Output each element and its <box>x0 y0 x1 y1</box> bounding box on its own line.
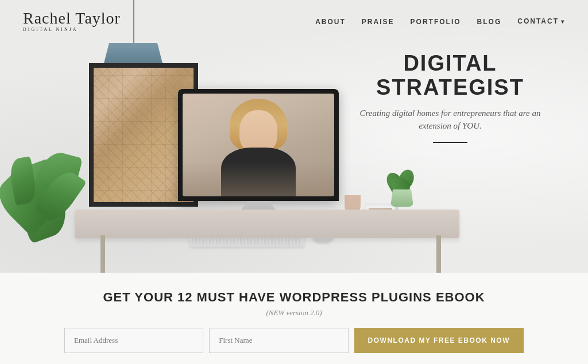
desk-leg-left <box>100 235 105 273</box>
nav-link-portfolio[interactable]: PORTFOLIO <box>411 18 461 26</box>
plant-leaves <box>0 141 98 255</box>
monitor-display <box>183 94 334 196</box>
download-button[interactable]: DOWNLOAD MY FREE EBOOK NOW <box>354 328 524 353</box>
monitor-screen <box>178 89 339 201</box>
logo-subtitle: Digital Ninja <box>23 27 78 32</box>
hero-divider <box>433 142 467 143</box>
monitor-stand <box>241 201 276 210</box>
cta-section: GET YOUR 12 MUST HAVE WORDPRESS PLUGINS … <box>0 273 588 364</box>
nav-item-blog[interactable]: BLOG <box>477 16 502 26</box>
desk-plant <box>390 189 413 207</box>
cta-form: DOWNLOAD MY FREE EBOOK NOW <box>64 328 524 353</box>
monitor:  <box>178 89 339 214</box>
logo-name: Rachel Taylor <box>23 10 121 26</box>
nav-item-portfolio[interactable]: PORTFOLIO <box>411 16 461 26</box>
nav-item-praise[interactable]: PRAISE <box>362 16 394 26</box>
hero-title: DIGITAL STRATEGIST <box>358 52 542 100</box>
main-nav: Rachel Taylor Digital Ninja ABOUT PRAISE… <box>0 0 588 42</box>
nav-links: ABOUT PRAISE PORTFOLIO BLOG CONTACT ▾ <box>315 16 565 26</box>
nav-link-praise[interactable]: PRAISE <box>362 18 394 26</box>
email-input[interactable] <box>64 328 203 353</box>
cta-title: GET YOUR 12 MUST HAVE WORDPRESS PLUGINS … <box>23 290 565 305</box>
left-plant <box>0 141 98 255</box>
nav-link-about[interactable]: ABOUT <box>315 18 346 26</box>
monitor-bg <box>183 162 334 196</box>
desk-surface <box>75 210 459 238</box>
nav-link-blog[interactable]: BLOG <box>477 18 502 26</box>
logo[interactable]: Rachel Taylor Digital Ninja <box>23 10 121 32</box>
hero-text-block: DIGITAL STRATEGIST Creating digital home… <box>358 52 542 143</box>
hero-subtitle: Creating digital homes for entrepreneurs… <box>358 107 542 133</box>
desk-leg-right <box>436 235 441 273</box>
nav-item-about[interactable]: ABOUT <box>315 16 346 26</box>
plant-pot <box>390 189 413 207</box>
nav-item-contact[interactable]: CONTACT ▾ <box>517 17 565 25</box>
nav-link-contact[interactable]: CONTACT ▾ <box>517 17 565 25</box>
person-face <box>239 110 277 153</box>
chevron-down-icon: ▾ <box>561 18 565 25</box>
firstname-input[interactable] <box>209 328 348 353</box>
cta-subtitle: (NEW version 2.0) <box>23 308 565 317</box>
contact-label: CONTACT <box>517 17 559 25</box>
